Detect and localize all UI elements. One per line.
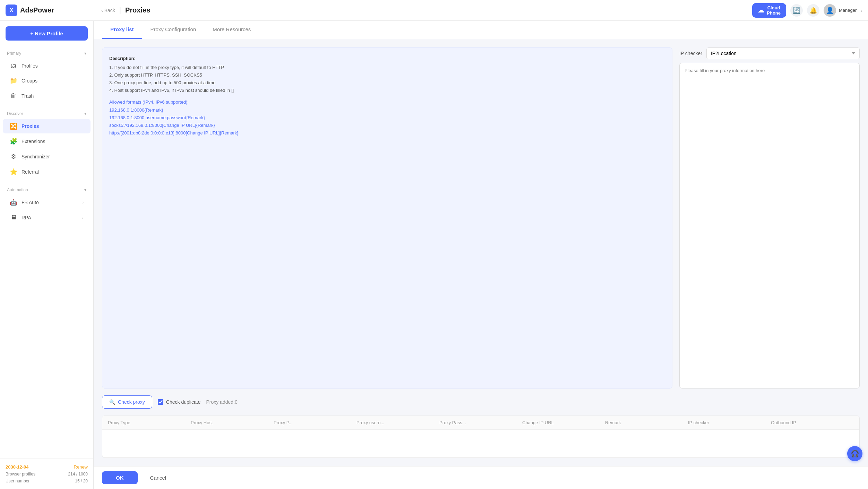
- tab-proxy-configuration[interactable]: Proxy Configuration: [142, 21, 205, 39]
- sidebar-section-label-discover: Discover ▾: [0, 109, 93, 118]
- footer-stats-user: User number 15 / 20: [6, 479, 88, 483]
- sidebar-item-rpa[interactable]: 🖥 RPA ›: [3, 210, 91, 225]
- header: X AdsPower ‹ Back | Proxies ☁ CloudPhone…: [0, 0, 868, 21]
- tab-proxy-list-label: Proxy list: [110, 26, 134, 32]
- sidebar-section-label-primary: Primary ▾: [0, 49, 93, 58]
- logo-icon: X: [6, 5, 17, 16]
- col-proxy-type: Proxy Type: [108, 420, 191, 425]
- proxies-icon: 🔀: [10, 122, 17, 130]
- sidebar-item-synchronizer[interactable]: ⚙ Synchronizer: [3, 149, 91, 164]
- format-line-1: 192.168.0.1:8000{Remark}: [109, 106, 665, 114]
- primary-label: Primary: [7, 51, 21, 56]
- header-divider: |: [119, 6, 121, 14]
- check-duplicate-row: Check duplicate: [158, 399, 201, 405]
- check-proxy-label: Check proxy: [118, 399, 145, 405]
- col-outbound-ip: Outbound IP: [771, 420, 854, 425]
- expand-icon[interactable]: ›: [861, 8, 862, 13]
- synchronizer-icon: ⚙: [10, 153, 17, 160]
- desc-line-1: 1. If you do not fill in the proxy type,…: [109, 64, 665, 71]
- check-duplicate-checkbox[interactable]: [158, 399, 163, 405]
- header-right: ☁ CloudPhone 🔄 🔔 👤 Manager ›: [752, 3, 862, 18]
- table-header: Proxy Type Proxy Host Proxy P... Proxy u…: [102, 416, 859, 430]
- proxy-added-label: Proxy added:0: [206, 399, 237, 405]
- sidebar-item-extensions[interactable]: 🧩 Extensions: [3, 134, 91, 149]
- col-remark: Remark: [605, 420, 688, 425]
- support-bubble[interactable]: 🎧: [847, 446, 862, 461]
- proxy-content: Description: 1. If you do not fill in th…: [94, 39, 868, 466]
- sidebar-label-trash: Trash: [22, 93, 34, 99]
- automation-label: Automation: [7, 187, 28, 192]
- description-title: Description:: [109, 55, 665, 62]
- sidebar-label-rpa: RPA: [22, 215, 31, 220]
- fb-auto-expand-icon: ›: [82, 200, 84, 205]
- tab-proxy-configuration-label: Proxy Configuration: [151, 26, 196, 32]
- sidebar-item-trash[interactable]: 🗑 Trash: [3, 89, 91, 103]
- proxy-table: Proxy Type Proxy Host Proxy P... Proxy u…: [102, 416, 860, 458]
- refresh-icon: 🔄: [793, 7, 800, 14]
- cloud-phone-label: CloudPhone: [767, 5, 781, 16]
- headset-icon: 🎧: [851, 449, 859, 458]
- cancel-button[interactable]: Cancel: [143, 471, 173, 484]
- logo: X AdsPower: [6, 5, 96, 16]
- renew-link[interactable]: Renew: [74, 464, 88, 470]
- col-proxy-password: Proxy Pass...: [439, 420, 522, 425]
- browser-profiles-label: Browser profiles: [6, 472, 35, 477]
- check-proxy-button[interactable]: 🔍 Check proxy: [102, 395, 152, 409]
- proxy-textarea[interactable]: [679, 63, 860, 388]
- back-button[interactable]: ‹ Back: [101, 8, 115, 13]
- profiles-icon: 🗂: [10, 62, 17, 69]
- automation-arrow-icon: ▾: [84, 187, 86, 192]
- groups-icon: 📁: [10, 77, 17, 85]
- user-number-label: User number: [6, 479, 29, 483]
- description-box: Description: 1. If you do not fill in th…: [102, 47, 672, 388]
- tab-proxy-list[interactable]: Proxy list: [102, 21, 142, 39]
- ip-checker-select[interactable]: IP2Location ipinfo.io ipapi.co: [706, 47, 860, 59]
- tab-more-resources[interactable]: More Resources: [204, 21, 259, 39]
- proxy-main: Description: 1. If you do not fill in th…: [102, 47, 860, 388]
- sidebar-item-groups[interactable]: 📁 Groups: [3, 73, 91, 88]
- tab-more-resources-label: More Resources: [213, 26, 251, 32]
- sidebar-item-fb-auto[interactable]: 🤖 FB Auto ›: [3, 195, 91, 210]
- user-menu[interactable]: 👤 Manager: [824, 4, 857, 17]
- sidebar-item-profiles[interactable]: 🗂 Profiles: [3, 59, 91, 73]
- discover-label: Discover: [7, 111, 23, 116]
- referral-icon: ⭐: [10, 168, 17, 176]
- header-center: ‹ Back | Proxies: [101, 6, 747, 14]
- trash-icon: 🗑: [10, 92, 17, 99]
- page-title: Proxies: [125, 6, 150, 14]
- sidebar-label-referral: Referral: [22, 169, 39, 175]
- bell-icon: 🔔: [809, 7, 817, 14]
- sidebar-label-extensions: Extensions: [22, 139, 45, 144]
- sidebar-label-groups: Groups: [22, 78, 37, 84]
- sidebar-section-discover: Discover ▾ 🔀 Proxies 🧩 Extensions ⚙ Sync…: [0, 106, 93, 183]
- col-ip-checker: IP checker: [688, 420, 771, 425]
- sidebar-label-synchronizer: Synchronizer: [22, 154, 50, 159]
- content-area: Proxy list Proxy Configuration More Reso…: [94, 21, 868, 489]
- footer-stats-browser: Browser profiles 214 / 1000: [6, 472, 88, 477]
- discover-arrow-icon: ▾: [84, 111, 86, 116]
- refresh-button[interactable]: 🔄: [790, 4, 803, 17]
- sidebar-section-automation: Automation ▾ 🤖 FB Auto › 🖥 RPA ›: [0, 183, 93, 228]
- check-duplicate-label[interactable]: Check duplicate: [166, 399, 201, 405]
- rpa-expand-icon: ›: [82, 215, 84, 220]
- ok-button[interactable]: OK: [102, 471, 138, 484]
- sidebar-item-proxies[interactable]: 🔀 Proxies: [3, 119, 91, 133]
- sidebar-label-profiles: Profiles: [22, 63, 38, 69]
- col-change-ip-url: Change IP URL: [522, 420, 605, 425]
- fb-auto-icon: 🤖: [10, 199, 17, 206]
- primary-arrow-icon: ▾: [84, 51, 86, 56]
- cloud-phone-button[interactable]: ☁ CloudPhone: [752, 3, 786, 18]
- sidebar-item-referral[interactable]: ⭐ Referral: [3, 165, 91, 179]
- sidebar-section-label-automation: Automation ▾: [0, 185, 93, 194]
- browser-profiles-value: 214 / 1000: [68, 472, 88, 477]
- new-profile-button[interactable]: + New Profile: [6, 26, 88, 41]
- tabs-bar: Proxy list Proxy Configuration More Reso…: [94, 21, 868, 39]
- sidebar-label-proxies: Proxies: [22, 123, 39, 129]
- sidebar-footer: 2030-12-04 Renew Browser profiles 214 / …: [0, 459, 93, 489]
- sidebar-section-primary: Primary ▾ 🗂 Profiles 📁 Groups 🗑 Trash: [0, 46, 93, 106]
- back-chevron-icon: ‹: [101, 8, 103, 13]
- search-icon: 🔍: [109, 399, 115, 405]
- format-line-4: http://[2001:db8:2de:0:0:0:0:e13]:8000[C…: [109, 129, 665, 137]
- format-line-3: socks5://192.168.0.1:8000[Change IP URL]…: [109, 122, 665, 129]
- notification-button[interactable]: 🔔: [807, 4, 819, 17]
